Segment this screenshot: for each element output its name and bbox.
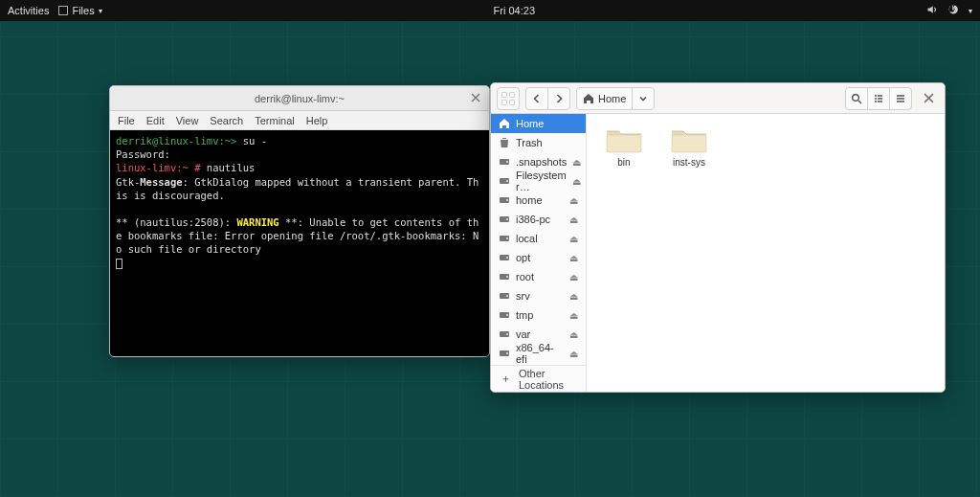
menu-search[interactable]: Search (210, 115, 243, 126)
activities-button[interactable]: Activities (8, 5, 49, 16)
files-close-button[interactable] (918, 88, 939, 109)
sidebar-item-mount[interactable]: root⏏ (491, 267, 586, 286)
svg-point-18 (506, 314, 508, 316)
sidebar-item-label: root (516, 271, 534, 282)
places-sidebar: Home Trash .snapshots⏏Filesystem r…⏏home… (491, 114, 587, 392)
drive-icon (499, 348, 510, 359)
toolbar-group (845, 87, 912, 110)
file-label: bin (617, 157, 630, 168)
svg-point-2 (506, 161, 508, 163)
folder-bin[interactable]: bin (598, 125, 650, 168)
sidebar-item-label: i386-pc (516, 214, 550, 225)
term-gtk-key: Message (140, 176, 182, 188)
file-label: inst-sys (673, 157, 705, 168)
term-root-prompt: linux-limv:~ # (116, 162, 201, 173)
home-icon (583, 93, 594, 104)
sidebar-item-home[interactable]: Home (491, 114, 586, 133)
eject-icon[interactable]: ⏏ (572, 176, 581, 187)
drive-icon (499, 309, 510, 321)
terminal-close-button[interactable] (468, 90, 483, 105)
eject-icon[interactable]: ⏏ (569, 253, 578, 263)
status-menu-caret-icon[interactable]: ▾ (969, 7, 972, 15)
eject-icon[interactable]: ⏏ (569, 272, 578, 282)
drive-icon (499, 233, 510, 244)
eject-icon[interactable]: ⏏ (569, 234, 578, 244)
terminal-titlebar[interactable]: derrik@linux-limv:~ (110, 86, 489, 111)
eject-icon[interactable]: ⏏ (569, 215, 578, 225)
term-prompt: derrik@linux-limv:~> (116, 135, 236, 147)
drive-icon (499, 252, 510, 263)
sidebar-item-mount[interactable]: .snapshots⏏ (491, 152, 586, 171)
sidebar-item-mount[interactable]: tmp⏏ (491, 305, 586, 325)
volume-icon[interactable] (926, 4, 938, 17)
sidebar-item-label: tmp (516, 309, 533, 321)
sidebar-item-label: home (516, 194, 543, 206)
term-warn-label: WARNING (236, 216, 278, 228)
sidebar-item-trash[interactable]: Trash (491, 133, 586, 152)
menu-edit[interactable]: Edit (146, 115, 165, 126)
svg-point-8 (506, 218, 508, 220)
eject-icon[interactable]: ⏏ (569, 349, 578, 359)
app-menu[interactable]: Files ▾ (58, 5, 101, 16)
grid-icon (501, 92, 515, 105)
svg-point-22 (506, 352, 508, 354)
files-window: Home Home (490, 82, 946, 393)
home-icon (499, 118, 510, 129)
list-icon (873, 93, 884, 104)
trash-icon (499, 137, 510, 148)
sidebar-item-mount[interactable]: srv⏏ (491, 286, 586, 305)
sidebar-item-mount[interactable]: var⏏ (491, 325, 586, 344)
path-more-button[interactable] (632, 87, 655, 110)
eject-icon[interactable]: ⏏ (569, 329, 578, 340)
sidebar-item-label: Trash (516, 137, 543, 148)
terminal-title: derrik@linux-limv:~ (255, 93, 345, 104)
icon-view[interactable]: bin inst-sys (587, 114, 945, 392)
term-gtk-pre: Gtk- (116, 176, 140, 188)
menu-file[interactable]: File (118, 115, 135, 126)
sidebar-item-mount[interactable]: home⏏ (491, 191, 586, 210)
terminal-cursor (116, 259, 122, 269)
menu-terminal[interactable]: Terminal (255, 115, 295, 126)
sidebar-item-label: .snapshots (516, 156, 567, 168)
power-icon[interactable] (947, 4, 959, 17)
eject-icon[interactable]: ⏏ (572, 157, 581, 168)
new-window-button[interactable] (497, 87, 520, 110)
forward-button[interactable] (547, 87, 570, 110)
drive-icon (499, 328, 510, 340)
sidebar-item-mount[interactable]: local⏏ (491, 229, 586, 248)
plus-icon: ＋ (501, 372, 511, 386)
svg-point-10 (506, 237, 508, 239)
menu-help[interactable]: Help (306, 115, 328, 126)
terminal-output[interactable]: derrik@linux-limv:~> su - Password: linu… (110, 130, 489, 356)
svg-rect-23 (607, 135, 641, 152)
drive-icon (499, 194, 510, 206)
eject-icon[interactable]: ⏏ (569, 291, 578, 302)
view-toggle-button[interactable] (867, 87, 890, 110)
sidebar-item-mount[interactable]: x86_64-efi⏏ (491, 344, 586, 363)
menu-view[interactable]: View (176, 115, 199, 126)
path-label: Home (598, 93, 626, 104)
clock[interactable]: Fri 04:23 (102, 5, 926, 16)
path-home-button[interactable]: Home (576, 87, 633, 110)
sidebar-item-label: local (516, 233, 538, 244)
eject-icon[interactable]: ⏏ (569, 310, 578, 321)
hamburger-button[interactable] (889, 87, 912, 110)
folder-icon (605, 125, 643, 154)
app-menu-label: Files (72, 5, 94, 16)
sidebar-item-label: srv (516, 290, 530, 302)
drive-icon (499, 271, 510, 282)
svg-point-4 (506, 180, 508, 182)
term-password: Password: (116, 148, 170, 160)
eject-icon[interactable]: ⏏ (569, 195, 578, 206)
search-button[interactable] (845, 87, 868, 110)
sidebar-item-mount[interactable]: i386-pc⏏ (491, 210, 586, 229)
sidebar-item-mount[interactable]: Filesystem r…⏏ (491, 171, 586, 191)
folder-inst-sys[interactable]: inst-sys (663, 125, 715, 168)
search-icon (851, 93, 862, 104)
files-app-icon (58, 6, 68, 15)
svg-point-14 (506, 276, 508, 278)
sidebar-other-locations[interactable]: ＋ Other Locations (491, 365, 586, 392)
svg-point-16 (506, 295, 508, 297)
back-button[interactable] (525, 87, 548, 110)
sidebar-item-mount[interactable]: opt⏏ (491, 248, 586, 267)
